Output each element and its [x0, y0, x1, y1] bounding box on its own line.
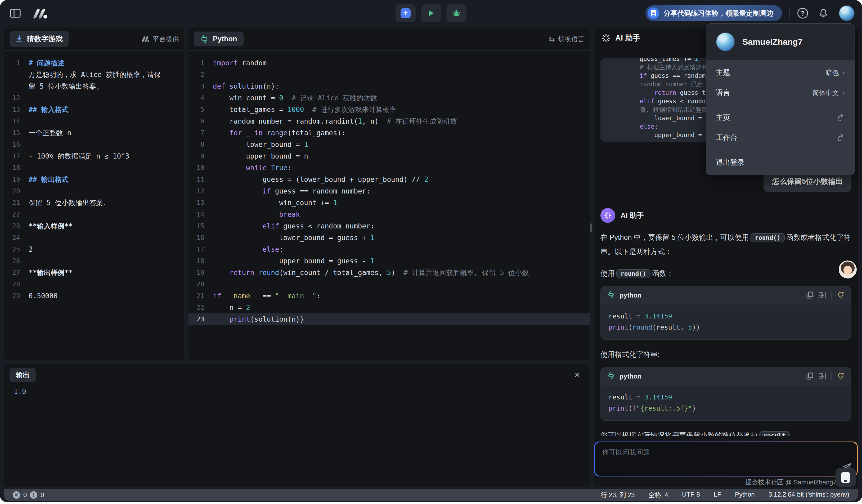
- encoding[interactable]: UTF-8: [682, 491, 700, 499]
- editor-row[interactable]: 16: [4, 139, 184, 150]
- code-block-body: result = 3.14159print(f"{result:.5f}"): [601, 385, 851, 420]
- editor-row[interactable]: 15一个正整数 n: [4, 127, 184, 139]
- editor-row[interactable]: 14: [4, 116, 184, 127]
- code-block-language: python: [619, 372, 641, 380]
- warnings-icon[interactable]: !: [30, 491, 37, 499]
- text-segment: )): [692, 323, 700, 331]
- warnings-count[interactable]: 0: [40, 491, 44, 499]
- editor-row[interactable]: 24: [4, 232, 184, 243]
- line-content: for _ in range(total_games):: [213, 127, 590, 139]
- editor-row[interactable]: 27**输出样例**: [4, 267, 184, 278]
- editor-row[interactable]: 21if __name__ == "__main__":: [188, 290, 590, 302]
- editor-row[interactable]: 6 random_number = random.randint(1, n) #…: [188, 116, 590, 127]
- promo-banner[interactable]: 分享代码练习体验，领限量定制周边: [645, 5, 782, 21]
- editor-row[interactable]: 23**输入样例**: [4, 220, 184, 232]
- language-chip[interactable]: Python: [194, 31, 244, 46]
- editor-row[interactable]: 3def solution(n):: [188, 80, 590, 92]
- eol-type[interactable]: LF: [714, 491, 721, 499]
- editor-row[interactable]: 17 else:: [188, 243, 590, 255]
- menu-item-language[interactable]: 语言 简体中文›: [706, 83, 854, 103]
- line-content: else:: [213, 243, 590, 255]
- editor-row[interactable]: 7 for _ in range(total_games):: [188, 127, 590, 139]
- editor-row[interactable]: 18 upper_bound = guess - 1: [188, 255, 590, 267]
- lightbulb-icon[interactable]: [837, 291, 845, 299]
- line-content: [29, 185, 184, 197]
- menu-item-theme[interactable]: 主题 暗色›: [706, 63, 854, 83]
- editor-row[interactable]: 22 n = 2: [188, 302, 590, 314]
- editor-row[interactable]: 23 print(solution(n)): [188, 314, 590, 325]
- editor-row[interactable]: 16 lower_bound = guess + 1: [188, 232, 590, 243]
- editor-row[interactable]: 5 total_games = 1000 # 进行多次游戏来计算概率: [188, 104, 590, 116]
- editor-row[interactable]: 18: [4, 162, 184, 174]
- marscode-logo[interactable]: [35, 8, 47, 18]
- editor-row[interactable]: 15 elif guess < random_number:: [188, 220, 590, 232]
- insert-code-icon[interactable]: [819, 373, 826, 380]
- line-number: 17: [4, 150, 29, 162]
- copy-icon[interactable]: [806, 291, 813, 299]
- menu-item-home[interactable]: 主页: [706, 107, 854, 128]
- text-segment: 在 Python 中，要保留 5 位小数输出，可以使用: [600, 234, 749, 241]
- editor-row[interactable]: 290.50000: [4, 290, 184, 302]
- editor-row[interactable]: 万是聪明的，求 Alice 获胜的概率，请保: [4, 69, 184, 80]
- language-mode[interactable]: Python: [735, 491, 755, 499]
- editor-row[interactable]: 1# 问题描述: [4, 57, 184, 69]
- download-icon: [16, 35, 23, 43]
- submit-button[interactable]: +: [395, 4, 416, 22]
- interpreter-version[interactable]: 3.12.2 64-bit ('shims': pyenv): [769, 491, 849, 499]
- editor-row[interactable]: 12 if guess == random_number:: [188, 185, 590, 197]
- panel-resize-handle[interactable]: [590, 223, 592, 232]
- insert-code-icon[interactable]: [819, 292, 826, 299]
- editor-row[interactable]: 19 return round(win_count / total_games,…: [188, 267, 590, 278]
- editor-row[interactable]: 12: [4, 92, 184, 104]
- switch-language-button[interactable]: ⇆ 切换语言: [549, 35, 585, 43]
- copy-icon[interactable]: [806, 372, 813, 380]
- editor-row[interactable]: 留 5 位小数输出答案。: [4, 80, 184, 92]
- notifications-button[interactable]: [815, 5, 831, 21]
- editor-row[interactable]: 252: [4, 243, 184, 255]
- line-content: [29, 209, 184, 220]
- device-preview-button[interactable]: [836, 468, 856, 487]
- line-content: import random: [213, 57, 590, 69]
- editor-row[interactable]: 20: [4, 185, 184, 197]
- assistant-floating-avatar[interactable]: [839, 261, 857, 278]
- output-tab[interactable]: 输出: [10, 368, 36, 382]
- close-icon[interactable]: ✕: [570, 369, 585, 382]
- chat-input[interactable]: [595, 442, 857, 476]
- editor-row[interactable]: 26: [4, 255, 184, 267]
- editor-row[interactable]: 9 upper_bound = n: [188, 150, 590, 162]
- errors-icon[interactable]: ✕: [13, 491, 20, 499]
- editor-row[interactable]: 21保留 5 位小数输出答案。: [4, 197, 184, 209]
- editor-row[interactable]: 20: [188, 278, 590, 290]
- lightbulb-icon[interactable]: [837, 372, 845, 380]
- menu-item-workbench[interactable]: 工作台: [706, 128, 854, 148]
- editor-row[interactable]: 19## 输出格式: [4, 174, 184, 185]
- line-number: [4, 80, 29, 92]
- run-button[interactable]: [421, 4, 441, 22]
- editor-row[interactable]: 13 win_count += 1: [188, 197, 590, 209]
- editor-row[interactable]: 28: [4, 278, 184, 290]
- indentation[interactable]: 空格: 4: [648, 491, 668, 499]
- debug-button[interactable]: [446, 4, 467, 22]
- code-editor[interactable]: 1import random23def solution(n):4 win_co…: [188, 51, 590, 360]
- editor-row[interactable]: 1import random: [188, 57, 590, 69]
- editor-row[interactable]: 13## 输入格式: [4, 104, 184, 116]
- editor-row[interactable]: 10 while True:: [188, 162, 590, 174]
- sidebar-toggle-button[interactable]: [8, 5, 23, 21]
- user-avatar[interactable]: [839, 5, 854, 21]
- problem-title-chip[interactable]: 猜数字游戏: [10, 31, 69, 47]
- line-number: 24: [4, 232, 29, 243]
- problem-editor[interactable]: 1# 问题描述万是聪明的，求 Alice 获胜的概率，请保留 5 位小数输出答案…: [4, 51, 184, 360]
- cursor-position[interactable]: 行 23, 列 23: [601, 491, 635, 499]
- assistant-avatar: [600, 208, 615, 223]
- editor-row[interactable]: 17- 100% 的数据满足 n ≤ 10^3: [4, 150, 184, 162]
- menu-item-logout[interactable]: 退出登录: [706, 152, 854, 173]
- editor-row[interactable]: 14 break: [188, 209, 590, 220]
- editor-row[interactable]: 11 guess = (lower_bound + upper_bound) /…: [188, 174, 590, 185]
- errors-count[interactable]: 0: [23, 491, 27, 499]
- editor-row[interactable]: 8 lower_bound = 1: [188, 139, 590, 150]
- help-button[interactable]: ?: [797, 8, 808, 18]
- editor-row[interactable]: 4 win_count = 0 # 记录 Alice 获胜的次数: [188, 92, 590, 104]
- editor-row[interactable]: 2: [188, 69, 590, 80]
- line-number: 1: [4, 57, 29, 69]
- editor-row[interactable]: 22: [4, 209, 184, 220]
